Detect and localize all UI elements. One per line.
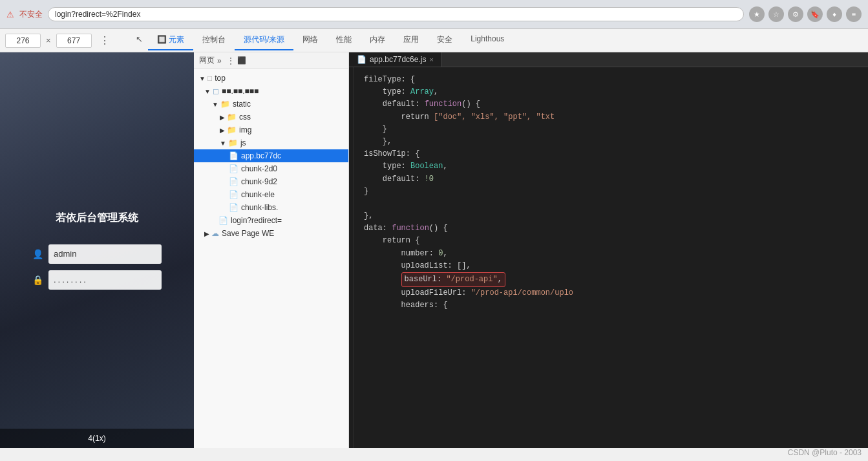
warning-label: 不安全 xyxy=(19,9,43,20)
code-content: fileType: { type: Array, default: functi… xyxy=(354,67,868,448)
browser-icon-4[interactable]: 🔖 xyxy=(807,6,823,22)
code-line-9: default: !0 xyxy=(354,173,868,186)
code-panel: 📄 app.bc77dc6e.js × fileType: { xyxy=(349,52,868,448)
warning-icon: ⚠ xyxy=(6,10,14,19)
tree-label-js: js xyxy=(240,138,246,147)
code-line-1: fileType: { xyxy=(354,74,868,86)
username-input[interactable]: admin xyxy=(48,244,162,264)
file-app-icon: 📄 xyxy=(229,151,238,160)
tree-label-chunk2: chunk-9d2 xyxy=(241,177,277,186)
tree-arrow-static: ▼ xyxy=(212,101,218,108)
tab-memory[interactable]: 内存 xyxy=(361,30,394,50)
file-tree-more-icon[interactable]: ⋮ xyxy=(227,56,235,65)
tree-item-top[interactable]: ▼ □ top xyxy=(194,72,348,85)
browser-icon-3[interactable]: ⚙ xyxy=(788,6,803,22)
width-input[interactable]: 276 xyxy=(5,34,41,48)
tree-item-chunk4[interactable]: 📄 chunk-libs. xyxy=(194,201,348,214)
tab-network[interactable]: 网络 xyxy=(293,30,327,50)
tree-label-chunk1: chunk-2d0 xyxy=(241,164,277,173)
tree-item-app[interactable]: 📄 app.bc77dc xyxy=(194,149,348,162)
tree-item-savepage[interactable]: ▶ ☁ Save Page WE xyxy=(194,227,348,240)
height-input[interactable]: 677 xyxy=(56,34,92,48)
code-line-5: } xyxy=(354,123,868,136)
tree-arrow-js: ▼ xyxy=(220,140,226,147)
website-preview: 若依后台管理系统 👤 admin 🔒 ........ 4(1x) xyxy=(0,52,194,448)
tree-label-top: top xyxy=(215,74,226,83)
tree-label-login: login?redirect= xyxy=(231,216,282,225)
tree-label-static: static xyxy=(233,100,251,109)
tree-item-js[interactable]: ▼ 📁 js xyxy=(194,136,348,149)
code-line-14: return { xyxy=(354,235,868,247)
tree-arrow-img: ▶ xyxy=(220,127,225,134)
browser-icon-5[interactable]: ♦ xyxy=(827,6,842,22)
tree-item-chunk1[interactable]: 📄 chunk-2d0 xyxy=(194,162,348,175)
tree-label-img: img xyxy=(239,125,251,134)
code-tab-bar: 📄 app.bc77dc6e.js × xyxy=(349,52,868,67)
website-title: 若依后台管理系统 xyxy=(56,211,138,225)
tree-label-chunk3: chunk-ele xyxy=(241,190,275,199)
code-line-16: uploadList: [], xyxy=(354,260,868,272)
browser-chrome: ⚠ 不安全 login?redirect=%2Findex ★ ☆ ⚙ 🔖 ♦ … xyxy=(0,0,868,29)
devtools-cursor-icon[interactable]: ↖ xyxy=(131,30,148,50)
code-tab-icon: 📄 xyxy=(357,55,366,64)
code-line-7: isShowTip: { xyxy=(354,148,868,160)
tree-item-img[interactable]: ▶ 📁 img xyxy=(194,123,348,136)
url-text: login?redirect=%2Findex xyxy=(55,10,140,19)
address-bar[interactable]: login?redirect=%2Findex xyxy=(48,7,744,21)
file-chunk2-icon: 📄 xyxy=(229,177,238,186)
tree-arrow-savepage: ▶ xyxy=(204,230,209,237)
tab-performance[interactable]: 性能 xyxy=(327,30,361,50)
code-line-15: number: 0, xyxy=(354,248,868,260)
tree-arrow-domain: ▼ xyxy=(204,88,211,95)
browser-icon-1[interactable]: ★ xyxy=(749,6,765,22)
tree-arrow-css: ▶ xyxy=(220,114,225,121)
expand-icon[interactable]: » xyxy=(217,56,222,65)
tree-label-savepage: Save Page WE xyxy=(222,229,274,238)
tab-sources[interactable]: 源代码/来源 xyxy=(235,30,293,50)
tree-item-static[interactable]: ▼ 📁 static xyxy=(194,98,348,111)
browser-icon-6[interactable]: ≡ xyxy=(846,6,862,22)
tree-item-chunk2[interactable]: 📄 chunk-9d2 xyxy=(194,175,348,188)
tree-item-css[interactable]: ▶ 📁 css xyxy=(194,111,348,123)
user-icon: 👤 xyxy=(32,249,43,259)
code-line-8: type: Boolean, xyxy=(354,160,868,173)
code-tab-app[interactable]: 📄 app.bc77dc6e.js × xyxy=(349,52,442,67)
frame-icon: □ xyxy=(207,74,212,83)
toolbar-more-icon[interactable]: ⋮ xyxy=(96,34,114,47)
file-tree-header-text: 网页 xyxy=(199,55,215,66)
lock-icon: 🔒 xyxy=(32,275,43,285)
browser-icons: ★ ☆ ⚙ 🔖 ♦ ≡ xyxy=(749,6,862,22)
file-tree-header: 网页 » ⋮ ⬛ xyxy=(194,52,348,69)
file-login-icon: 📄 xyxy=(218,216,228,225)
code-line-13: data: function() { xyxy=(354,222,868,235)
code-tab-close[interactable]: × xyxy=(429,56,433,63)
tab-application[interactable]: 应用 xyxy=(394,30,428,50)
browser-icon-2[interactable]: ☆ xyxy=(768,6,784,22)
folder-static-icon: 📁 xyxy=(220,100,230,109)
tab-inspector[interactable]: 🔲 元素 xyxy=(148,30,193,50)
code-line-11 xyxy=(354,198,868,210)
tab-inspector-icon: 🔲 xyxy=(157,35,167,44)
code-line-12: }, xyxy=(354,210,868,222)
tab-security[interactable]: 安全 xyxy=(428,30,461,50)
code-line-19: headers: { xyxy=(354,299,868,312)
tab-lighthouse[interactable]: Lighthous xyxy=(461,30,513,50)
password-input[interactable]: ........ xyxy=(48,270,162,290)
code-line-3: default: function() { xyxy=(354,98,868,111)
tree-label-app: app.bc77dc xyxy=(241,151,281,160)
watermark: CSDN @Pluto - 2003 xyxy=(788,446,862,458)
tree-label-chunk4: chunk-libs. xyxy=(241,203,278,212)
file-chunk3-icon: 📄 xyxy=(229,190,238,199)
file-chunk4-icon: 📄 xyxy=(229,203,238,212)
tree-item-domain[interactable]: ▼ ◻ ■■.■■.■■■ xyxy=(194,85,348,98)
tree-item-login[interactable]: 📄 login?redirect= xyxy=(194,214,348,227)
code-line-2: type: Array, xyxy=(354,86,868,98)
tree-item-chunk3[interactable]: 📄 chunk-ele xyxy=(194,188,348,201)
line-num-icon: ⬛ xyxy=(237,56,246,65)
folder-img-icon: 📁 xyxy=(227,125,237,134)
code-line-6: }, xyxy=(354,136,868,148)
folder-js-icon: 📁 xyxy=(228,138,238,147)
file-chunk1-icon: 📄 xyxy=(229,164,238,173)
folder-css-icon: 📁 xyxy=(227,113,237,122)
tab-console[interactable]: 控制台 xyxy=(193,30,235,50)
